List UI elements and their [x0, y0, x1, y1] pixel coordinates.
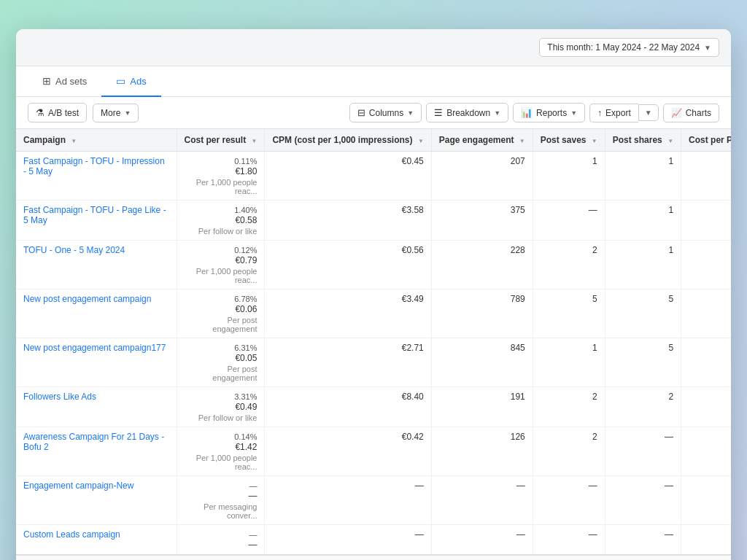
cost-sub: Per messaging conver...: [185, 502, 258, 520]
sort-campaign-icon: ▼: [71, 138, 77, 144]
cost-value: €0.58: [185, 215, 258, 225]
chevron-down-icon: ▼: [704, 44, 711, 52]
cost-per-page-engagement-cell: €0.25: [681, 387, 731, 427]
data-table-container: Campaign ▼ Cost per result ▼ CPM (cost p…: [16, 129, 731, 560]
toolbar-left: ⚗ A/B test More ▼: [28, 103, 344, 122]
cost-sub: Per 1,000 people reac...: [185, 267, 258, 284]
campaign-link[interactable]: Followers Like Ads: [23, 392, 169, 402]
header-post-saves: Post saves ▼: [533, 129, 605, 152]
main-window: This month: 1 May 2024 - 22 May 2024 ▼ ⊞…: [16, 29, 731, 560]
breakdown-label: Breakdown: [446, 108, 490, 118]
footer-cost-cell: —: [265, 555, 431, 560]
more-button[interactable]: More ▼: [93, 104, 139, 122]
cost-per-page-engagement-cell: €0.73: [681, 241, 731, 289]
columns-caret-icon: ▼: [407, 109, 414, 117]
cost-value: €0.05: [185, 353, 258, 363]
reports-button[interactable]: 📊 Reports ▼: [513, 103, 585, 122]
export-caret-button[interactable]: ▼: [638, 104, 659, 121]
cpm-cell: €0.56: [265, 241, 431, 289]
campaign-cell: Followers Like Ads: [16, 387, 177, 427]
post-saves-cell: 1: [533, 338, 605, 387]
cost-sub: Per follow or like: [185, 227, 258, 236]
cpm-cell: €0.42: [265, 427, 431, 476]
charts-icon: 📈: [671, 108, 682, 118]
columns-label: Columns: [369, 108, 403, 118]
post-shares-cell: 1: [605, 201, 681, 241]
breakdown-button[interactable]: ☰ Breakdown ▼: [426, 103, 508, 122]
export-caret-icon: ▼: [645, 109, 652, 117]
tab-ads[interactable]: ▭ Ads: [101, 66, 160, 97]
ab-test-label: A/B test: [48, 108, 79, 118]
campaign-cell: New post engagement campaign: [16, 289, 177, 338]
table-row: Fast Campaign - TOFU - Impression - 5 Ma…: [16, 152, 731, 201]
cost-value: €1.80: [185, 166, 258, 176]
page-engagement-cell: 789: [431, 289, 533, 338]
post-shares-cell: —: [605, 476, 681, 525]
cost-value: —: [185, 491, 258, 501]
ad-sets-icon: ⊞: [42, 75, 51, 87]
table-row: Fast Campaign - TOFU - Page Like - 5 May…: [16, 201, 731, 241]
export-button[interactable]: ↑ Export: [589, 104, 638, 122]
tab-ads-label: Ads: [130, 76, 146, 87]
cost-per-result-cell: 3.31%€0.49Per follow or like: [177, 387, 265, 427]
campaign-link[interactable]: New post engagement campaign177: [23, 343, 169, 353]
post-shares-cell: —: [605, 525, 681, 556]
campaign-link[interactable]: New post engagement campaign: [23, 294, 169, 304]
charts-label: Charts: [686, 108, 711, 118]
post-saves-cell: 2: [533, 241, 605, 289]
page-engagement-cell: 228: [431, 241, 533, 289]
pct-value: —: [249, 481, 257, 490]
pct-value: 1.40%: [234, 206, 257, 214]
campaign-link[interactable]: Custom Leads campaign: [23, 529, 169, 540]
post-shares-cell: 1: [605, 241, 681, 289]
cost-per-page-engagement-cell: €0.05: [681, 338, 731, 387]
footer-cpm-cell: €0.80 Per 1,000 Impressions: [431, 555, 533, 560]
campaign-cell: TOFU - One - 5 May 2024: [16, 241, 177, 289]
cost-per-result-cell: 0.11%€1.80Per 1,000 people reac...: [177, 152, 265, 201]
cost-sub: Per 1,000 people reac...: [185, 454, 258, 471]
campaign-link[interactable]: Fast Campaign - TOFU - Page Like - 5 May: [23, 205, 169, 225]
cost-value: —: [185, 540, 258, 550]
post-saves-cell: 1: [533, 152, 605, 201]
tab-ad-sets[interactable]: ⊞ Ad sets: [28, 66, 101, 97]
reports-label: Reports: [536, 108, 567, 118]
footer-post-shares-cell: 15 Total: [681, 555, 731, 560]
cost-per-page-engagement-cell: —: [681, 525, 731, 556]
tab-ad-sets-label: Ad sets: [55, 76, 87, 87]
columns-button[interactable]: ⊟ Columns ▼: [349, 103, 422, 122]
cost-per-result-cell: 6.78%€0.06Per post engagement: [177, 289, 265, 338]
campaign-link[interactable]: Fast Campaign - TOFU - Impression - 5 Ma…: [23, 156, 169, 176]
export-group: ↑ Export ▼: [589, 104, 659, 122]
cpm-cell: —: [265, 476, 431, 525]
ab-test-button[interactable]: ⚗ A/B test: [28, 103, 87, 122]
post-saves-cell: 2: [533, 427, 605, 476]
cost-per-page-engagement-cell: —: [681, 476, 731, 525]
export-icon: ↑: [597, 108, 602, 118]
page-engagement-cell: —: [431, 525, 533, 556]
campaign-cell: Awareness Campaign For 21 Days - Bofu 2: [16, 427, 177, 476]
cpm-cell: €3.58: [265, 201, 431, 241]
cost-per-result-cell: ——Per messaging conver...: [177, 476, 265, 525]
pct-value: —: [249, 530, 257, 539]
table-row: Awareness Campaign For 21 Days - Bofu 20…: [16, 427, 731, 476]
campaign-link[interactable]: TOFU - One - 5 May 2024: [23, 245, 169, 255]
breakdown-caret-icon: ▼: [494, 109, 500, 117]
cost-per-page-engagement-cell: €0.39: [681, 427, 731, 476]
footer-post-saves-cell: 13 Total: [605, 555, 681, 560]
sort-page-eng-icon: ▼: [519, 138, 525, 144]
toolbar-right: ⊟ Columns ▼ ☰ Breakdown ▼ 📊 Reports ▼ ↑ …: [349, 103, 719, 122]
header-cost-per-page-eng: Cost per Page engagement ▼: [681, 129, 731, 152]
columns-icon: ⊟: [357, 107, 365, 118]
cpm-cell: €3.49: [265, 289, 431, 338]
cost-per-page-engagement-cell: €0.06: [681, 289, 731, 338]
date-range-button[interactable]: This month: 1 May 2024 - 22 May 2024 ▼: [539, 38, 719, 57]
reports-icon: 📊: [521, 107, 533, 118]
campaign-link[interactable]: Engagement campaign-New: [23, 481, 169, 491]
cost-sub: Per follow or like: [185, 413, 258, 422]
charts-button[interactable]: 📈 Charts: [663, 104, 719, 122]
table-header-row: Campaign ▼ Cost per result ▼ CPM (cost p…: [16, 129, 731, 152]
campaign-link[interactable]: Awareness Campaign For 21 Days - Bofu 2: [23, 432, 169, 452]
cpm-cell: —: [265, 525, 431, 556]
page-engagement-cell: 207: [431, 152, 533, 201]
campaign-cell: Fast Campaign - TOFU - Page Like - 5 May: [16, 201, 177, 241]
